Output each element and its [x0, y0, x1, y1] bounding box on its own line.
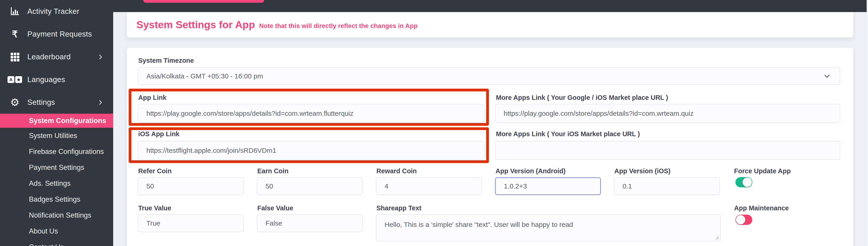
more-apps-link-google-input[interactable] [504, 110, 840, 117]
shareapp-textarea-wrap: Hello, This is a 'simple' share "text". … [376, 214, 721, 241]
app-maintenance-toggle[interactable] [736, 215, 752, 225]
system-timezone-label: System Timezone [138, 57, 194, 64]
chevron-right-icon [97, 54, 103, 60]
page-subtitle: Note that this will directly reflect the… [259, 20, 417, 30]
sidebar-item-leaderboard[interactable]: Leaderboard [0, 45, 113, 68]
more-apps-link-google-input-wrap [495, 104, 840, 123]
sidebar-item-settings[interactable]: ⚙ Settings [0, 91, 113, 114]
sidebar-item-label: Leaderboard [27, 52, 97, 61]
submenu-item-about-us[interactable]: About Us [0, 223, 113, 239]
settings-submenu: System Configurations System Utilities F… [0, 114, 113, 246]
refer-coin-input[interactable] [147, 182, 243, 190]
app-version-ios-input[interactable] [623, 182, 719, 190]
app-link-label: App Link [138, 94, 166, 101]
app-version-android-input-wrap [495, 177, 601, 195]
submenu-item-system-utilities[interactable]: System Utilities [0, 128, 113, 144]
more-apps-link-ios-label: More Apps Link ( Your iOS Market place U… [496, 130, 640, 138]
false-value-input-wrap [257, 214, 363, 232]
reward-coin-label: Reward Coin [376, 167, 417, 175]
false-value-label: False Value [257, 204, 293, 212]
submenu-item-system-configurations[interactable]: System Configurations [0, 114, 113, 128]
submenu-item-ads-settings[interactable]: Ads. Settings [0, 176, 113, 191]
true-value-input-wrap [138, 214, 244, 232]
system-timezone-select[interactable]: Asia/Kolkata - GMT +05:30 - 16:00 pm [138, 67, 840, 85]
rupee-icon: ₹ [9, 28, 21, 40]
bar-chart-icon [9, 6, 21, 17]
force-update-app-label: Force Update App [734, 167, 791, 175]
top-bar [113, 0, 867, 12]
more-apps-link-ios-input[interactable] [504, 147, 840, 154]
sidebar-item-payment-requests[interactable]: ₹ Payment Requests [0, 23, 113, 45]
toggle-knob [736, 215, 745, 224]
toggle-knob [743, 178, 752, 187]
sidebar-item-label: Settings [27, 98, 97, 107]
false-value-input[interactable] [266, 219, 362, 227]
ios-app-link-input[interactable] [147, 147, 484, 154]
clipped-pink-button[interactable] [143, 0, 264, 3]
sidebar: Activity Tracker ₹ Payment Requests Lead… [0, 0, 113, 246]
grid-icon [9, 51, 21, 63]
app-link-input-wrap [138, 104, 484, 123]
app-link-input[interactable] [147, 110, 484, 117]
page-title: System Settings for App [136, 19, 255, 31]
submenu-item-notification-settings[interactable]: Notification Settings [0, 207, 113, 223]
shareapp-textarea[interactable]: Hello, This is a 'simple' share "text". … [384, 221, 573, 229]
title-card: System Settings for App Note that this w… [127, 12, 853, 37]
app-version-ios-label: App Version (iOS) [614, 167, 671, 175]
true-value-input[interactable] [147, 219, 243, 227]
submenu-item-contact-us[interactable]: Contact Us [0, 239, 113, 246]
refer-coin-label: Refer Coin [138, 167, 172, 175]
sidebar-item-label: Activity Tracker [27, 7, 113, 16]
ios-app-link-input-wrap [138, 141, 484, 160]
more-apps-link-ios-input-wrap [495, 141, 840, 160]
sidebar-item-activity-tracker[interactable]: Activity Tracker [0, 0, 113, 23]
true-value-label: True Value [138, 204, 171, 212]
submenu-item-payment-settings[interactable]: Payment Settings [0, 160, 113, 176]
earn-coin-input-wrap [257, 177, 363, 195]
system-timezone-value: Asia/Kolkata - GMT +05:30 - 16:00 pm [147, 72, 263, 80]
submenu-item-badges-settings[interactable]: Badges Settings [0, 191, 113, 207]
gear-icon: ⚙ [9, 97, 21, 108]
sidebar-item-label: Languages [27, 75, 113, 84]
chevron-right-icon [97, 99, 103, 105]
refer-coin-input-wrap [138, 177, 244, 195]
sidebar-item-label: Payment Requests [27, 30, 113, 38]
force-update-app-toggle[interactable] [736, 177, 752, 187]
earn-coin-input[interactable] [266, 182, 362, 190]
app-version-android-input[interactable] [504, 182, 600, 190]
sidebar-item-languages[interactable]: A ★ Languages [0, 68, 113, 91]
ios-app-link-label: iOS App Link [138, 130, 179, 138]
scrollbar-track[interactable] [867, 0, 868, 246]
chevron-down-icon [823, 72, 831, 80]
translate-icon: A ★ [9, 74, 21, 85]
shareapp-text-label: Shareapp Text [376, 204, 422, 212]
reward-coin-input[interactable] [384, 182, 482, 190]
reward-coin-input-wrap [376, 177, 482, 195]
earn-coin-label: Earn Coin [257, 167, 288, 175]
submenu-item-firebase-configurations[interactable]: Firebase Configurations [0, 144, 113, 160]
resize-grip-icon[interactable] [715, 235, 719, 240]
more-apps-link-google-label: More Apps Link ( Your Google / iOS Marke… [496, 94, 668, 101]
app-version-ios-input-wrap [614, 177, 720, 195]
app-maintenance-label: App Maintenance [734, 204, 789, 212]
app-version-android-label: App Version (Android) [495, 167, 566, 175]
